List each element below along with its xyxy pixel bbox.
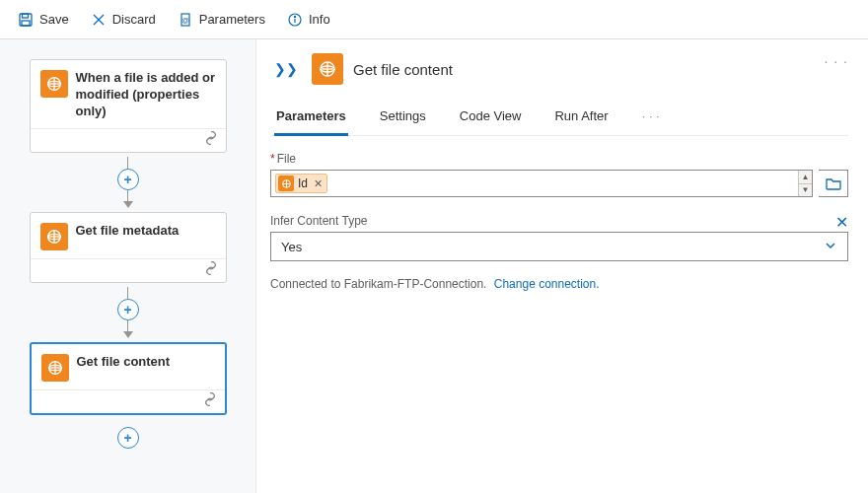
- clear-field-button[interactable]: ✕: [835, 213, 848, 232]
- connector: +: [14, 287, 242, 338]
- token-id[interactable]: Id ✕: [275, 174, 327, 193]
- node-title: When a file is added or modified (proper…: [76, 70, 216, 120]
- workflow-node-metadata[interactable]: Get file metadata: [30, 212, 227, 283]
- input-stepper: ▲ ▼: [798, 171, 812, 196]
- connection-text: Connected to Fabrikam-FTP-Connection.: [270, 277, 486, 291]
- panel-more-button[interactable]: · · ·: [825, 53, 848, 69]
- node-title: Get file content: [77, 354, 171, 371]
- connector: +: [14, 157, 242, 208]
- link-icon: [204, 261, 218, 278]
- file-input[interactable]: Id ✕ ▲ ▼: [270, 170, 813, 197]
- ftp-icon: [312, 53, 343, 85]
- svg-rect-2: [22, 21, 30, 26]
- workflow-node-trigger[interactable]: When a file is added or modified (proper…: [30, 59, 227, 153]
- parameters-icon: @: [178, 12, 193, 28]
- close-icon: [91, 12, 107, 28]
- link-icon: [204, 131, 218, 148]
- tab-runafter[interactable]: Run After: [552, 103, 610, 135]
- node-title: Get file metadata: [76, 223, 180, 240]
- tab-codeview[interactable]: Code View: [458, 103, 524, 135]
- add-step-button[interactable]: +: [117, 427, 139, 449]
- save-label: Save: [39, 12, 69, 27]
- info-icon: [287, 12, 303, 28]
- toolbar: Save Discard @ Parameters Info: [0, 0, 868, 39]
- collapse-button[interactable]: ❯❯: [270, 59, 302, 79]
- save-button[interactable]: Save: [10, 8, 77, 32]
- select-value: Yes: [281, 240, 302, 254]
- parameters-button[interactable]: @ Parameters: [170, 8, 273, 32]
- discard-label: Discard: [112, 12, 156, 27]
- panel-tabs: Parameters Settings Code View Run After …: [270, 103, 848, 136]
- token-label: Id: [298, 176, 308, 190]
- add-step-button[interactable]: +: [117, 299, 139, 320]
- stepper-up[interactable]: ▲: [799, 171, 812, 184]
- folder-icon: [826, 176, 841, 190]
- connection-info: Connected to Fabrikam-FTP-Connection. Ch…: [270, 277, 848, 291]
- ftp-icon: [40, 223, 68, 250]
- ftp-icon: [40, 70, 68, 98]
- discard-button[interactable]: Discard: [83, 8, 164, 32]
- tab-parameters[interactable]: Parameters: [274, 103, 348, 136]
- info-label: Info: [309, 12, 330, 27]
- link-icon: [203, 392, 217, 409]
- chevron-down-icon: [824, 239, 837, 255]
- token-remove-button[interactable]: ✕: [314, 177, 323, 190]
- svg-point-9: [294, 16, 295, 17]
- panel-title: Get file content: [353, 61, 453, 78]
- add-step-button[interactable]: +: [117, 169, 139, 190]
- infer-content-type-select[interactable]: Yes: [270, 232, 848, 261]
- details-panel: · · · ❯❯ Get file content Parameters Set…: [256, 39, 868, 493]
- workflow-node-content[interactable]: Get file content: [30, 342, 227, 415]
- required-indicator: *: [270, 152, 275, 166]
- svg-text:@: @: [181, 16, 189, 25]
- tab-more-button[interactable]: · · ·: [640, 103, 662, 135]
- field-label-text: Infer Content Type: [270, 214, 368, 228]
- ftp-icon: [41, 354, 69, 382]
- parameters-label: Parameters: [199, 12, 265, 27]
- workflow-canvas: When a file is added or modified (proper…: [0, 39, 256, 493]
- change-connection-link[interactable]: Change connection.: [494, 277, 600, 291]
- field-file: *File Id ✕ ▲ ▼: [270, 152, 848, 197]
- field-infer-content-type: Infer Content Type ✕ Yes: [270, 213, 848, 261]
- info-button[interactable]: Info: [279, 8, 338, 32]
- tab-settings[interactable]: Settings: [378, 103, 428, 135]
- browse-folder-button[interactable]: [819, 170, 848, 197]
- svg-rect-1: [23, 14, 29, 18]
- content-area: When a file is added or modified (proper…: [0, 39, 868, 493]
- ftp-icon: [278, 176, 294, 191]
- stepper-down[interactable]: ▼: [799, 184, 812, 197]
- save-icon: [18, 12, 34, 28]
- field-label-text: File: [277, 152, 296, 166]
